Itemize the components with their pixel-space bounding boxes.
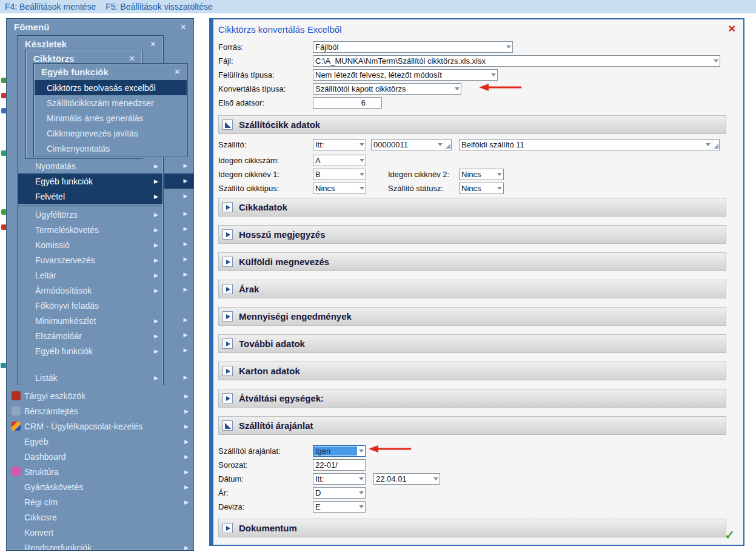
fomenu-item-konvert[interactable]: Konvert [7, 525, 193, 540]
dropdown-arrow-icon[interactable] [432, 474, 440, 484]
keszletek-item-armodositasok[interactable]: Ármódosítások ▶ [18, 283, 162, 298]
fajl-select[interactable]: C:\A_MUNKA\NmTerm\Szállítói cikktörzs.xl… [313, 55, 720, 67]
keszletek-item-felvetel[interactable]: Felvétel ▶ [18, 189, 162, 204]
fajl-value: C:\A_MUNKA\NmTerm\Szállítói cikktörzs.xl… [313, 56, 712, 66]
expand-icon[interactable] [222, 393, 233, 403]
expand-icon[interactable] [222, 311, 233, 321]
dropdown-arrow-icon[interactable] [358, 155, 366, 166]
fomenu-item-dashboard[interactable]: Dashboard ▶ [7, 449, 193, 464]
egyeb-item-cikkmegnevezes-javitas[interactable]: Cikkmegnevezés javítás [35, 126, 187, 141]
szallito-code-select[interactable]: 00000011 [371, 139, 452, 150]
fomenu-item-crm[interactable]: CRM - Ügyfélkapcsolat-kezelés ▶ [7, 419, 193, 434]
keszletek-item-minimumkeszlet[interactable]: Minimumkészlet ▶ [18, 313, 162, 328]
section-dokumentum[interactable]: Dokumentum [218, 519, 726, 537]
egyeb-item-cikktorzs-beolvasas-excelbol[interactable]: Cikktörzs beolvasás excelből [35, 80, 187, 95]
keszletek-item-egyeb-funkciok-2[interactable]: Egyéb funkciók ▶ [18, 343, 162, 358]
feluliras-select[interactable]: Nem létezőt felvesz, létezőt módosít [313, 69, 498, 81]
konvertalas-select[interactable]: Szállítótól kapott cikktörzs [313, 83, 461, 95]
cikktorzs-close-icon[interactable]: ✕ [127, 54, 137, 63]
szallito-name-select[interactable]: Belföldi szállító 11 [459, 139, 720, 150]
dropdown-arrow-icon[interactable] [495, 183, 503, 194]
szallito-mode-select[interactable]: Itt: [313, 139, 366, 150]
dropdown-arrow-icon[interactable] [358, 183, 366, 194]
dropdown-arrow-icon[interactable] [358, 140, 366, 150]
sorozat-input[interactable]: 22-01/ [313, 459, 366, 471]
lookup-icon[interactable] [444, 140, 451, 150]
keszletek-item-fokonyvi-feladas[interactable]: Főkönyvi feladás [18, 298, 162, 313]
idegen-cikknev2-select[interactable]: Nincs [459, 169, 504, 180]
section-karton-adatok[interactable]: Karton adatok [218, 362, 726, 380]
confirm-check-icon[interactable]: ✓ [724, 528, 735, 542]
egyeb-item-szallitocikkszam-menedzser[interactable]: Szállítócikkszám menedzser [35, 95, 187, 110]
dropdown-arrow-icon[interactable] [357, 488, 365, 498]
fomenu-item-gyartaskovetes[interactable]: Gyártáskövetés ▶ [7, 479, 193, 494]
forras-select[interactable]: Fájlból [313, 41, 513, 53]
section-arak[interactable]: Árak [218, 280, 726, 298]
fomenu-item-berszamfejtes[interactable]: Bérszámfejtés ▶ [7, 403, 193, 419]
elso-adatsor-input[interactable]: 6 [313, 97, 382, 109]
cikktipus-select[interactable]: Nincs [313, 183, 366, 194]
section-atvaltasi-egysegek[interactable]: Átváltási egységek: [218, 389, 726, 408]
fomenu-item-regi-cim[interactable]: Régi cím ▶ [7, 494, 193, 510]
idegen-cikkszam-select[interactable]: A [313, 155, 366, 166]
dropdown-arrow-icon[interactable] [504, 42, 512, 52]
keszletek-item-ugyfeltorzs[interactable]: Ügyféltörzs ▶ [18, 207, 162, 222]
keszletek-item-leltar[interactable]: Leltár ▶ [18, 268, 162, 283]
section-cikkadatok[interactable]: Cikkadatok [218, 198, 726, 217]
statusz-select[interactable]: Nincs [459, 183, 504, 194]
collapse-icon[interactable] [222, 420, 233, 431]
dropdown-arrow-icon[interactable] [453, 84, 461, 94]
keszletek-item-nyomtatas[interactable]: Nyomtatás ▶ [18, 158, 162, 173]
keszletek-item-fuvarszervezes[interactable]: Fuvarszervezés ▶ [18, 252, 162, 268]
dropdown-arrow-icon[interactable] [357, 474, 365, 484]
section-szallitoi-arajanlat[interactable]: Szállítói árajánlat [218, 416, 726, 435]
keszletek-item-elszamoloar[interactable]: Elszámolóár ▶ [18, 328, 162, 343]
datum-mode-select[interactable]: Itt: [313, 473, 366, 485]
keszletek-item-komissio[interactable]: Komissió ▶ [18, 237, 162, 252]
collapse-icon[interactable] [222, 119, 233, 130]
section-tovabbi-adatok[interactable]: További adatok [218, 334, 726, 353]
expand-icon[interactable] [222, 202, 233, 212]
keszletek-item-listak[interactable]: Listák ▶ [18, 370, 162, 385]
f4-save-settings[interactable]: F4: Beállítások mentése [5, 2, 96, 12]
section-mennyisegi-engedmenyek[interactable]: Mennyiségi engedmények [218, 307, 726, 326]
deviza-select[interactable]: E [313, 501, 366, 513]
section-kulfoldi-megnevezes[interactable]: Külföldi megnevezés [218, 252, 726, 271]
keszletek-item-termeleskovetes[interactable]: Termeléskövetés ▶ [18, 222, 162, 237]
fomenu-item-egyeb[interactable]: Egyéb ▶ [7, 434, 193, 449]
f5-reload-settings[interactable]: F5: Beállítások visszatöltése [105, 2, 213, 12]
dropdown-arrow-icon[interactable] [712, 56, 720, 66]
dropdown-arrow-icon[interactable] [436, 140, 444, 150]
expand-icon[interactable] [222, 284, 233, 294]
expand-icon[interactable] [222, 366, 233, 376]
fomenu-item-cikkcsre[interactable]: Cikkcsre [7, 510, 193, 525]
section-label: Karton adatok [239, 366, 300, 376]
dialog-close-icon[interactable]: ✕ [728, 23, 736, 35]
fomenu-close-icon[interactable]: ✕ [178, 22, 189, 32]
datum-select[interactable]: 22.04.01 [373, 473, 440, 485]
egyeb-item-minimalis-arres-generalas[interactable]: Minimális árrés generálás [35, 110, 187, 126]
keszletek-item-egyeb-funkciok[interactable]: Egyéb funkciók ▶ [18, 173, 162, 189]
expand-icon[interactable] [222, 257, 233, 267]
dropdown-arrow-icon[interactable] [495, 169, 503, 180]
expand-icon[interactable] [222, 338, 233, 349]
section-hosszu-megjegyzes[interactable]: Hosszú megjegyzés [218, 225, 726, 244]
fomenu-item-rendszerfunkciok[interactable]: Rendszerfunkciók ▶ [7, 540, 193, 551]
ar-select[interactable]: D [313, 487, 366, 499]
egyeb-funkciok-close-icon[interactable]: ✕ [172, 67, 182, 76]
dropdown-arrow-icon[interactable] [358, 169, 366, 180]
expand-icon[interactable] [222, 229, 233, 240]
arajanlat-select[interactable]: Igen [313, 445, 366, 457]
dropdown-arrow-icon[interactable] [357, 502, 365, 512]
expand-icon[interactable] [222, 523, 233, 533]
egyeb-item-cimkenyomtatas[interactable]: Cimkenyomtatás [35, 141, 187, 156]
section-szallitocikk-adatok[interactable]: Szállítócikk adatok [218, 115, 726, 134]
keszletek-close-icon[interactable]: ✕ [148, 39, 158, 49]
lookup-icon[interactable] [712, 140, 719, 150]
dropdown-arrow-icon[interactable] [489, 70, 497, 80]
idegen-cikknev1-select[interactable]: B [313, 169, 366, 180]
dropdown-arrow-icon[interactable] [357, 446, 365, 456]
dropdown-arrow-icon[interactable] [704, 140, 712, 150]
fomenu-item-struktura[interactable]: Struktúra ▶ [7, 464, 193, 479]
fomenu-item-targyi-eszkozok[interactable]: Tárgyi eszközök ▶ [7, 388, 193, 403]
